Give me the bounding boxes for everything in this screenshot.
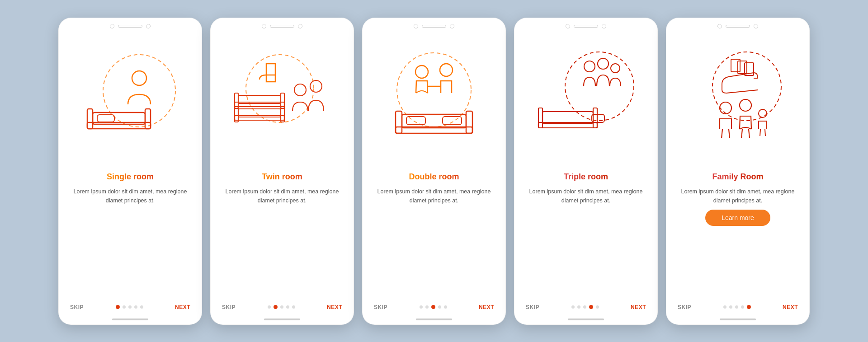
speaker-bar	[118, 25, 142, 28]
svg-rect-30	[538, 108, 542, 128]
room-title-1: Single room	[107, 172, 154, 182]
svg-line-49	[765, 129, 765, 136]
illustration-single-room	[58, 32, 202, 172]
phone-top-bar-5	[666, 18, 810, 32]
phone-screen-3: Double room Lorem ipsum dolor sit dim am…	[362, 18, 506, 325]
camera-dot	[566, 24, 570, 28]
room-desc-2: Lorem ipsum dolor sit dim amet, mea regi…	[223, 187, 341, 205]
dot-1-0	[116, 305, 120, 309]
dot-2-3	[286, 305, 289, 309]
svg-rect-31	[593, 108, 597, 128]
camera-dot-2	[754, 24, 758, 28]
learn-more-button[interactable]: Learn more	[705, 210, 770, 226]
illustration-twin-room	[210, 32, 354, 172]
svg-rect-1	[87, 122, 151, 129]
phone-top-bar-1	[58, 18, 202, 32]
screens-container: Single room Lorem ipsum dolor sit dim am…	[58, 18, 810, 325]
svg-rect-32	[542, 112, 593, 123]
svg-point-6	[132, 71, 146, 85]
dot-4-1	[577, 305, 580, 309]
dot-1-3	[134, 305, 137, 309]
nav-dots-1	[116, 305, 143, 309]
dot-2-2	[280, 305, 283, 309]
skip-button-4[interactable]: SKIP	[526, 304, 539, 310]
phone-screen-5: Family Room Lorem ipsum dolor sit dim am…	[666, 18, 810, 325]
next-button-4[interactable]: NEXT	[631, 304, 646, 310]
skip-button-2[interactable]: SKIP	[222, 304, 236, 310]
next-button-5[interactable]: NEXT	[783, 304, 798, 310]
phone-screen-4: Triple room Lorem ipsum dolor sit dim am…	[514, 18, 658, 325]
svg-line-43	[729, 129, 730, 138]
nav-dots-2	[268, 305, 295, 309]
dot-3-0	[420, 305, 423, 309]
dot-4-0	[571, 305, 575, 309]
nav-dots-3	[420, 305, 447, 309]
svg-point-17	[310, 80, 322, 92]
dot-3-2	[431, 305, 435, 309]
svg-rect-5	[97, 115, 114, 122]
camera-dot-2	[450, 24, 454, 28]
nav-area-4: SKIP NEXT	[514, 304, 658, 310]
bottom-bar-3	[416, 319, 452, 320]
content-double-room: Double room Lorem ipsum dolor sit dim am…	[362, 172, 506, 304]
room-desc-5: Lorem ipsum dolor sit dim amet, mea regi…	[679, 187, 797, 205]
skip-button-3[interactable]: SKIP	[374, 304, 387, 310]
svg-point-16	[294, 84, 306, 96]
svg-rect-21	[466, 111, 472, 133]
svg-rect-8	[235, 102, 284, 107]
dot-3-1	[425, 305, 429, 309]
dot-3-3	[438, 305, 441, 309]
svg-point-34	[584, 61, 595, 72]
illustration-family-room	[666, 32, 810, 172]
svg-rect-24	[443, 117, 462, 125]
bottom-bar-5	[720, 319, 756, 320]
speaker-bar	[726, 25, 750, 28]
skip-button-1[interactable]: SKIP	[70, 304, 84, 310]
speaker-bar	[574, 25, 598, 28]
phone-screen-2: Twin room Lorem ipsum dolor sit dim amet…	[210, 18, 354, 325]
dot-4-3	[589, 305, 593, 309]
content-family-room: Family Room Lorem ipsum dolor sit dim am…	[666, 172, 810, 304]
content-single-room: Single room Lorem ipsum dolor sit dim am…	[58, 172, 202, 304]
svg-point-41	[720, 102, 731, 114]
svg-rect-33	[592, 114, 604, 122]
nav-area-2: SKIP NEXT	[210, 304, 354, 310]
svg-point-25	[415, 66, 428, 78]
dot-2-1	[274, 305, 278, 309]
room-title-2: Twin room	[262, 172, 302, 182]
dot-4-2	[583, 305, 586, 309]
nav-dots-4	[571, 305, 599, 309]
svg-point-35	[598, 58, 609, 69]
dot-5-0	[723, 305, 726, 309]
room-desc-4: Lorem ipsum dolor sit dim amet, mea regi…	[527, 187, 645, 205]
dot-5-4	[747, 305, 751, 309]
svg-point-7	[246, 55, 314, 122]
dot-1-2	[128, 305, 132, 309]
dot-3-4	[444, 305, 447, 309]
svg-rect-12	[235, 116, 284, 120]
dot-1-1	[123, 305, 126, 309]
room-title-3: Double room	[409, 172, 459, 182]
svg-line-45	[741, 129, 742, 138]
speaker-bar	[270, 25, 294, 28]
next-button-1[interactable]: NEXT	[175, 304, 190, 310]
room-desc-3: Lorem ipsum dolor sit dim amet, mea regi…	[375, 187, 493, 205]
dot-2-0	[268, 305, 271, 309]
svg-line-48	[760, 129, 760, 136]
svg-point-18	[397, 53, 471, 127]
svg-point-28	[565, 52, 634, 121]
dot-5-3	[741, 305, 744, 309]
nav-area-5: SKIP NEXT	[666, 304, 810, 310]
phone-top-bar-3	[362, 18, 506, 32]
next-button-3[interactable]: NEXT	[479, 304, 494, 310]
speaker-bar	[422, 25, 446, 28]
dot-5-2	[735, 305, 738, 309]
svg-point-36	[611, 64, 620, 73]
content-triple-room: Triple room Lorem ipsum dolor sit dim am…	[514, 172, 658, 304]
next-button-2[interactable]: NEXT	[327, 304, 342, 310]
dot-5-1	[729, 305, 732, 309]
skip-button-5[interactable]: SKIP	[678, 304, 691, 310]
illustration-double-room	[362, 32, 506, 172]
phone-screen-1: Single room Lorem ipsum dolor sit dim am…	[58, 18, 202, 325]
svg-point-44	[740, 99, 751, 111]
